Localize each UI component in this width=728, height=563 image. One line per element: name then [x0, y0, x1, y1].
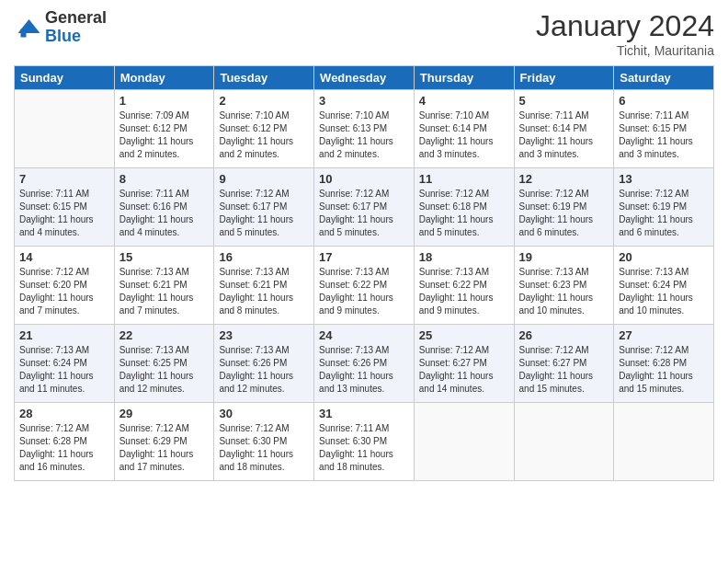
table-row: 18Sunrise: 7:13 AM Sunset: 6:22 PM Dayli… — [414, 247, 514, 325]
day-info: Sunrise: 7:09 AM Sunset: 6:12 PM Dayligh… — [119, 109, 210, 161]
day-number: 28 — [19, 407, 109, 420]
day-number: 8 — [119, 172, 210, 186]
table-row: 6Sunrise: 7:11 AM Sunset: 6:15 PM Daylig… — [614, 90, 714, 168]
day-info: Sunrise: 7:10 AM Sunset: 6:14 PM Dayligh… — [419, 109, 509, 161]
col-tuesday: Tuesday — [214, 66, 314, 90]
day-info: Sunrise: 7:12 AM Sunset: 6:27 PM Dayligh… — [519, 344, 609, 396]
logo-text: General Blue — [45, 9, 107, 46]
day-info: Sunrise: 7:13 AM Sunset: 6:24 PM Dayligh… — [619, 266, 709, 317]
table-row: 25Sunrise: 7:12 AM Sunset: 6:27 PM Dayli… — [414, 325, 514, 403]
day-info: Sunrise: 7:13 AM Sunset: 6:26 PM Dayligh… — [219, 344, 309, 396]
col-thursday: Thursday — [414, 66, 514, 90]
day-number: 4 — [419, 94, 509, 108]
day-number: 1 — [119, 94, 210, 108]
day-number: 19 — [519, 250, 609, 264]
table-row: 13Sunrise: 7:12 AM Sunset: 6:19 PM Dayli… — [614, 168, 714, 247]
day-number: 30 — [219, 407, 309, 420]
title-block: January 2024 Tichit, Mauritania — [536, 9, 714, 58]
table-row: 7Sunrise: 7:11 AM Sunset: 6:15 PM Daylig… — [15, 168, 115, 247]
table-row — [614, 403, 714, 481]
table-row: 19Sunrise: 7:13 AM Sunset: 6:23 PM Dayli… — [514, 247, 614, 325]
table-row: 8Sunrise: 7:11 AM Sunset: 6:16 PM Daylig… — [114, 168, 214, 247]
day-info: Sunrise: 7:12 AM Sunset: 6:17 PM Dayligh… — [219, 188, 309, 239]
svg-rect-1 — [21, 29, 27, 37]
day-info: Sunrise: 7:11 AM Sunset: 6:15 PM Dayligh… — [619, 109, 709, 161]
day-number: 16 — [219, 250, 309, 264]
day-info: Sunrise: 7:12 AM Sunset: 6:19 PM Dayligh… — [519, 188, 609, 239]
day-number: 31 — [319, 407, 409, 420]
day-number: 17 — [319, 250, 409, 264]
day-info: Sunrise: 7:13 AM Sunset: 6:22 PM Dayligh… — [419, 266, 509, 317]
col-sunday: Sunday — [15, 66, 115, 90]
col-friday: Friday — [514, 66, 614, 90]
table-row: 14Sunrise: 7:12 AM Sunset: 6:20 PM Dayli… — [15, 247, 115, 325]
calendar-week-row: 1Sunrise: 7:09 AM Sunset: 6:12 PM Daylig… — [15, 90, 714, 168]
calendar-week-row: 14Sunrise: 7:12 AM Sunset: 6:20 PM Dayli… — [15, 247, 714, 325]
table-row: 16Sunrise: 7:13 AM Sunset: 6:21 PM Dayli… — [214, 247, 314, 325]
table-row: 29Sunrise: 7:12 AM Sunset: 6:29 PM Dayli… — [114, 403, 214, 481]
table-row: 10Sunrise: 7:12 AM Sunset: 6:17 PM Dayli… — [314, 168, 415, 247]
table-row: 5Sunrise: 7:11 AM Sunset: 6:14 PM Daylig… — [514, 90, 614, 168]
table-row: 1Sunrise: 7:09 AM Sunset: 6:12 PM Daylig… — [114, 90, 214, 168]
day-number: 9 — [219, 172, 309, 186]
day-number: 2 — [219, 94, 309, 108]
header: General Blue January 2024 Tichit, Maurit… — [14, 9, 714, 58]
table-row — [15, 90, 115, 168]
day-number: 3 — [319, 94, 409, 108]
day-number: 25 — [419, 328, 509, 342]
day-info: Sunrise: 7:13 AM Sunset: 6:21 PM Dayligh… — [119, 266, 210, 317]
table-row: 20Sunrise: 7:13 AM Sunset: 6:24 PM Dayli… — [614, 247, 714, 325]
table-row: 28Sunrise: 7:12 AM Sunset: 6:28 PM Dayli… — [15, 403, 115, 481]
day-info: Sunrise: 7:12 AM Sunset: 6:18 PM Dayligh… — [419, 188, 509, 239]
day-info: Sunrise: 7:12 AM Sunset: 6:20 PM Dayligh… — [19, 266, 109, 317]
table-row: 24Sunrise: 7:13 AM Sunset: 6:26 PM Dayli… — [314, 325, 415, 403]
table-row: 3Sunrise: 7:10 AM Sunset: 6:13 PM Daylig… — [314, 90, 415, 168]
col-saturday: Saturday — [614, 66, 714, 90]
day-info: Sunrise: 7:12 AM Sunset: 6:28 PM Dayligh… — [19, 422, 109, 474]
day-info: Sunrise: 7:10 AM Sunset: 6:13 PM Dayligh… — [319, 109, 409, 161]
day-info: Sunrise: 7:11 AM Sunset: 6:30 PM Dayligh… — [319, 422, 409, 474]
table-row — [514, 403, 614, 481]
location: Tichit, Mauritania — [536, 43, 714, 58]
day-number: 26 — [519, 328, 609, 342]
day-number: 20 — [619, 250, 709, 264]
day-number: 6 — [619, 94, 709, 108]
table-row: 23Sunrise: 7:13 AM Sunset: 6:26 PM Dayli… — [214, 325, 314, 403]
calendar-week-row: 7Sunrise: 7:11 AM Sunset: 6:15 PM Daylig… — [15, 168, 714, 247]
table-row: 17Sunrise: 7:13 AM Sunset: 6:22 PM Dayli… — [314, 247, 415, 325]
calendar: Sunday Monday Tuesday Wednesday Thursday… — [14, 65, 714, 481]
day-info: Sunrise: 7:13 AM Sunset: 6:25 PM Dayligh… — [119, 344, 210, 396]
table-row: 21Sunrise: 7:13 AM Sunset: 6:24 PM Dayli… — [15, 325, 115, 403]
month-title: January 2024 — [536, 9, 714, 43]
day-number: 14 — [19, 250, 109, 264]
day-info: Sunrise: 7:12 AM Sunset: 6:28 PM Dayligh… — [619, 344, 709, 396]
day-number: 23 — [219, 328, 309, 342]
day-number: 21 — [19, 328, 109, 342]
col-wednesday: Wednesday — [314, 66, 415, 90]
table-row: 15Sunrise: 7:13 AM Sunset: 6:21 PM Dayli… — [114, 247, 214, 325]
day-info: Sunrise: 7:11 AM Sunset: 6:14 PM Dayligh… — [519, 109, 609, 161]
logo: General Blue — [14, 9, 107, 46]
logo-blue: Blue — [45, 28, 107, 46]
day-number: 5 — [519, 94, 609, 108]
day-number: 18 — [419, 250, 509, 264]
day-number: 22 — [119, 328, 210, 342]
logo-general: General — [45, 9, 107, 28]
day-number: 15 — [119, 250, 210, 264]
day-info: Sunrise: 7:12 AM Sunset: 6:19 PM Dayligh… — [619, 188, 709, 239]
day-number: 29 — [119, 407, 210, 420]
calendar-week-row: 21Sunrise: 7:13 AM Sunset: 6:24 PM Dayli… — [15, 325, 714, 403]
table-row: 11Sunrise: 7:12 AM Sunset: 6:18 PM Dayli… — [414, 168, 514, 247]
logo-icon — [14, 14, 41, 41]
day-number: 10 — [319, 172, 409, 186]
table-row: 30Sunrise: 7:12 AM Sunset: 6:30 PM Dayli… — [214, 403, 314, 481]
table-row: 31Sunrise: 7:11 AM Sunset: 6:30 PM Dayli… — [314, 403, 415, 481]
day-info: Sunrise: 7:13 AM Sunset: 6:22 PM Dayligh… — [319, 266, 409, 317]
day-info: Sunrise: 7:13 AM Sunset: 6:23 PM Dayligh… — [519, 266, 609, 317]
table-row: 9Sunrise: 7:12 AM Sunset: 6:17 PM Daylig… — [214, 168, 314, 247]
table-row: 4Sunrise: 7:10 AM Sunset: 6:14 PM Daylig… — [414, 90, 514, 168]
col-monday: Monday — [114, 66, 214, 90]
day-info: Sunrise: 7:11 AM Sunset: 6:15 PM Dayligh… — [19, 188, 109, 239]
table-row: 22Sunrise: 7:13 AM Sunset: 6:25 PM Dayli… — [114, 325, 214, 403]
calendar-header-row: Sunday Monday Tuesday Wednesday Thursday… — [15, 66, 714, 90]
